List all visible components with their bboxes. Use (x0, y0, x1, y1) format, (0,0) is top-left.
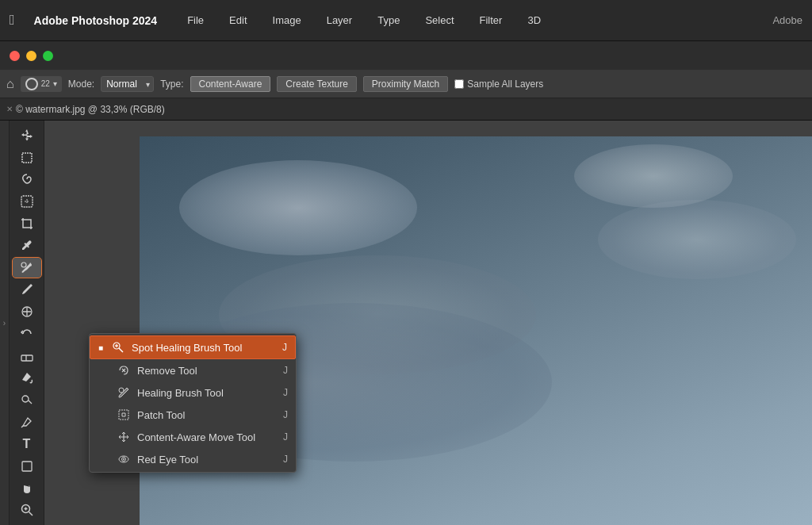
svg-rect-16 (119, 410, 128, 420)
tool-marquee[interactable] (13, 148, 41, 168)
brush-preview (25, 78, 38, 90)
cloud-2 (598, 200, 796, 279)
menu-edit[interactable]: Edit (224, 11, 251, 29)
tool-brush[interactable] (13, 279, 41, 300)
ctx-red-eye-label: Red Eye Tool (137, 454, 277, 466)
tool-panel: T (10, 121, 44, 525)
tool-type[interactable]: T (13, 434, 41, 454)
tab-close-btn[interactable]: ✕ (6, 105, 13, 113)
menu-layer[interactable]: Layer (322, 11, 358, 29)
tool-heal[interactable] (13, 258, 41, 278)
collapse-arrow-icon: › (3, 319, 6, 328)
ctx-red-eye-shortcut: J (283, 454, 288, 465)
ctx-remove-tool[interactable]: Remove Tool J (90, 359, 296, 381)
tool-hand[interactable] (13, 478, 41, 499)
ctx-patch-shortcut: J (283, 409, 288, 420)
ctx-selected-bullet: ■ (98, 343, 103, 352)
tool-paint-bucket[interactable] (13, 368, 41, 389)
mode-dropdown[interactable]: Normal Multiply Screen (101, 76, 154, 92)
sample-all-layers-label: Sample All Layers (454, 79, 543, 90)
ctx-patch-label: Patch Tool (137, 409, 277, 421)
tool-move[interactable] (13, 125, 41, 146)
ctx-ca-move-label: Content-Aware Move Tool (137, 431, 277, 443)
adobe-brand: Adobe (772, 14, 802, 26)
svg-point-15 (119, 388, 124, 393)
canvas-area[interactable]: ■ Spot Healing Brush Tool J (44, 121, 812, 525)
app-name: Adobe Photoshop 2024 (34, 14, 158, 27)
close-button[interactable] (10, 51, 20, 61)
spot-healing-brush-icon (111, 340, 125, 354)
tab-bar: ✕ © watermark.jpg @ 33,3% (RGB/8) (0, 98, 812, 121)
apple-logo:  (10, 12, 15, 29)
type-label: Type: (160, 79, 183, 90)
mode-label: Mode: (68, 79, 94, 90)
svg-line-9 (29, 512, 33, 516)
ctx-patch-tool[interactable]: Patch Tool J (90, 404, 296, 426)
menu-filter[interactable]: Filter (475, 11, 508, 29)
brush-size-control[interactable]: 22 ▾ (21, 76, 62, 92)
menu-3d[interactable]: 3D (523, 11, 546, 29)
type-tool-icon: T (23, 437, 31, 451)
svg-point-2 (21, 262, 26, 267)
tool-shape[interactable] (13, 456, 41, 477)
maximize-button[interactable] (43, 51, 53, 61)
sample-all-layers-checkbox[interactable] (454, 79, 464, 89)
brush-dropdown-arrow: ▾ (53, 79, 57, 88)
ctx-ca-move-shortcut: J (283, 431, 288, 443)
healing-brush-icon (117, 385, 131, 400)
svg-point-19 (123, 458, 124, 460)
main-area: › (0, 121, 812, 525)
tool-lasso[interactable] (13, 170, 41, 190)
home-icon[interactable]: ⌂ (6, 77, 14, 91)
tool-object-select[interactable] (13, 191, 41, 212)
cloud-5 (574, 144, 733, 208)
type-proximity-match-btn[interactable]: Proximity Match (363, 76, 448, 92)
tool-clone[interactable] (13, 301, 41, 322)
tool-eyedropper[interactable] (13, 236, 41, 256)
tool-crop[interactable] (13, 213, 41, 234)
svg-rect-7 (22, 462, 32, 471)
options-bar: ⌂ 22 ▾ Mode: Normal Multiply Screen Type… (0, 70, 812, 98)
tool-context-menu: ■ Spot Healing Brush Tool J (89, 333, 297, 473)
tool-eraser[interactable] (13, 346, 41, 366)
ctx-content-aware-move[interactable]: Content-Aware Move Tool J (90, 426, 296, 448)
canvas-dark-top (44, 121, 812, 136)
menu-file[interactable]: File (182, 11, 209, 29)
tool-dodge[interactable] (13, 389, 41, 410)
window-controls (0, 41, 812, 70)
svg-rect-4 (21, 355, 33, 361)
content-aware-move-icon (117, 430, 131, 444)
tab-filename: © watermark.jpg @ 33,3% (RGB/8) (16, 104, 165, 115)
type-content-aware-btn[interactable]: Content-Aware (190, 76, 271, 92)
patch-tool-icon (117, 408, 131, 422)
menu-image[interactable]: Image (268, 11, 306, 29)
type-create-texture-btn[interactable]: Create Texture (277, 76, 357, 92)
svg-point-6 (22, 396, 29, 402)
ctx-spot-healing-brush[interactable]: ■ Spot Healing Brush Tool J (90, 335, 296, 359)
panel-collapse-handle[interactable]: › (0, 121, 10, 525)
tool-pen[interactable] (13, 412, 41, 432)
remove-tool-icon (117, 363, 131, 377)
ctx-remove-label: Remove Tool (137, 365, 277, 377)
tool-history-brush[interactable] (13, 324, 41, 344)
ctx-spot-healing-shortcut: J (282, 342, 287, 353)
svg-rect-0 (22, 153, 32, 163)
menu-select[interactable]: Select (420, 11, 458, 29)
ctx-spot-healing-label: Spot Healing Brush Tool (132, 342, 276, 354)
cloud-1 (179, 160, 417, 255)
mode-dropdown-wrapper[interactable]: Normal Multiply Screen (101, 76, 154, 92)
menu-type[interactable]: Type (373, 11, 404, 29)
ctx-healing-brush[interactable]: Healing Brush Tool J (90, 381, 296, 404)
ctx-healing-brush-shortcut: J (283, 387, 288, 398)
ctx-healing-brush-label: Healing Brush Tool (137, 387, 277, 399)
ctx-red-eye-tool[interactable]: Red Eye Tool J (90, 448, 296, 470)
ctx-remove-shortcut: J (283, 365, 288, 376)
red-eye-icon (117, 452, 131, 466)
minimize-button[interactable] (26, 51, 36, 61)
brush-size-value: 22 (41, 79, 50, 88)
menu-bar:  Adobe Photoshop 2024 File Edit Image L… (0, 0, 812, 41)
tool-zoom[interactable] (13, 500, 41, 520)
